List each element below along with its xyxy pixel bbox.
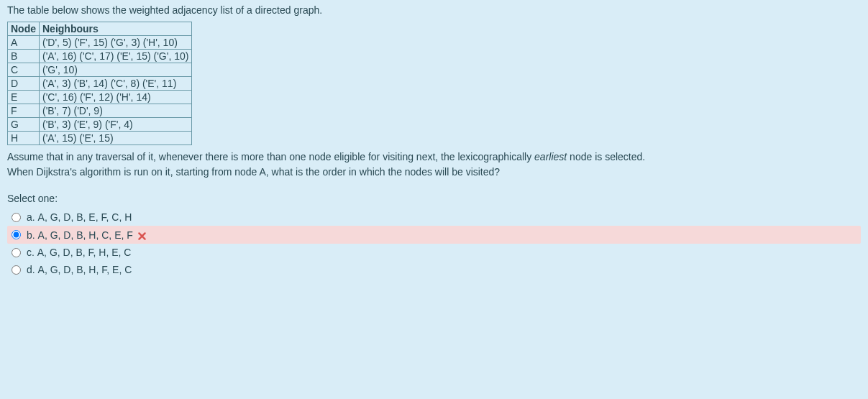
table-row: B ('A', 16) ('C', 17) ('E', 15) ('G', 10… <box>8 50 192 63</box>
adjacency-table: Node Neighbours A ('D', 5) ('F', 15) ('G… <box>7 22 192 145</box>
option-c-text: A, G, D, B, F, H, E, C <box>37 247 132 258</box>
question-line1-em: earliest <box>534 151 567 162</box>
question-line1-after: node is selected. <box>567 151 645 162</box>
option-b-text: A, G, D, B, H, C, E, F <box>38 229 133 241</box>
option-d-radio[interactable] <box>12 265 21 275</box>
cell-neighbours: ('D', 5) ('F', 15) ('G', 3) ('H', 10) <box>40 36 192 50</box>
option-b[interactable]: b. A, G, D, B, H, C, E, F <box>7 226 861 244</box>
table-row: G ('B', 3) ('E', 9) ('F', 4) <box>8 118 192 132</box>
option-a[interactable]: a. A, G, D, B, E, F, C, H <box>7 208 861 226</box>
table-row: E ('C', 16) ('F', 12) ('H', 14) <box>8 91 192 104</box>
cell-neighbours: ('A', 15) ('E', 15) <box>40 132 192 145</box>
options-group: a. A, G, D, B, E, F, C, H b. A, G, D, B,… <box>7 208 861 278</box>
cell-neighbours: ('A', 16) ('C', 17) ('E', 15) ('G', 10) <box>40 50 192 63</box>
cell-neighbours: ('C', 16) ('F', 12) ('H', 14) <box>40 91 192 104</box>
option-c[interactable]: c. A, G, D, B, F, H, E, C <box>7 244 861 261</box>
question-line2: When Dijkstra's algorithm is run on it, … <box>7 166 500 178</box>
table-row: F ('B', 7) ('D', 9) <box>8 104 192 118</box>
option-a-radio[interactable] <box>12 213 21 222</box>
option-d-text: A, G, D, B, H, F, E, C <box>38 264 132 275</box>
cell-node: F <box>8 104 40 118</box>
intro-text: The table below shows the weighted adjac… <box>7 4 861 16</box>
option-a-letter: a. <box>27 211 35 223</box>
cell-node: B <box>8 50 40 63</box>
option-c-radio[interactable] <box>12 248 21 257</box>
table-header-neighbours: Neighbours <box>40 22 192 36</box>
option-b-letter: b. <box>27 229 35 241</box>
table-row: C ('G', 10) <box>8 63 192 77</box>
table-header-node: Node <box>8 22 40 36</box>
cell-node: D <box>8 77 40 91</box>
incorrect-icon <box>137 229 147 241</box>
cell-node: G <box>8 118 40 132</box>
option-d[interactable]: d. A, G, D, B, H, F, E, C <box>7 261 861 278</box>
table-row: D ('A', 3) ('B', 14) ('C', 8) ('E', 11) <box>8 77 192 91</box>
cell-node: C <box>8 63 40 77</box>
table-row: H ('A', 15) ('E', 15) <box>8 132 192 145</box>
question-line1-before: Assume that in any traversal of it, when… <box>7 151 534 162</box>
cell-neighbours: ('B', 7) ('D', 9) <box>40 104 192 118</box>
option-b-radio[interactable] <box>12 230 21 239</box>
question-text: Assume that in any traversal of it, when… <box>7 150 861 180</box>
cell-node: E <box>8 91 40 104</box>
cell-node: H <box>8 132 40 145</box>
option-a-text: A, G, D, B, E, F, C, H <box>38 211 132 223</box>
option-c-letter: c. <box>27 247 35 258</box>
cell-neighbours: ('B', 3) ('E', 9) ('F', 4) <box>40 118 192 132</box>
cell-neighbours: ('A', 3) ('B', 14) ('C', 8) ('E', 11) <box>40 77 192 91</box>
option-d-letter: d. <box>27 264 35 275</box>
select-one-label: Select one: <box>7 193 861 204</box>
cell-node: A <box>8 36 40 50</box>
cell-neighbours: ('G', 10) <box>40 63 192 77</box>
table-row: A ('D', 5) ('F', 15) ('G', 3) ('H', 10) <box>8 36 192 50</box>
